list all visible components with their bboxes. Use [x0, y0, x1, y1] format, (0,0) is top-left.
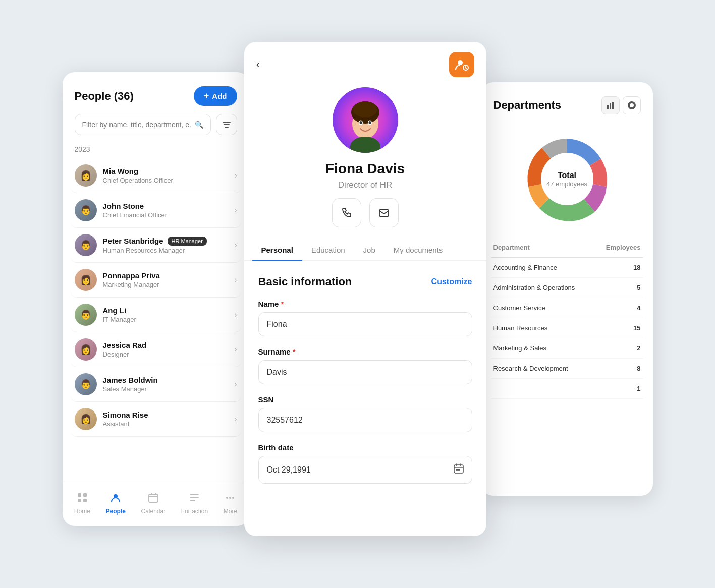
svg-rect-31 — [456, 469, 458, 471]
dept-count: 15 — [633, 324, 640, 332]
list-item[interactable]: 👨 James Boldwin Sales Manager › — [71, 367, 241, 402]
email-button[interactable] — [369, 198, 399, 227]
table-row[interactable]: Administration & Operations 5 — [491, 278, 643, 298]
person-name: Jessica Rad — [103, 341, 229, 349]
table-row[interactable]: 1 — [491, 379, 643, 399]
filter-button[interactable] — [216, 114, 237, 135]
tab-education[interactable]: Education — [302, 240, 354, 260]
dept-count: 18 — [633, 264, 640, 271]
ssn-input[interactable] — [267, 416, 464, 425]
person-name: Mia Wong — [103, 167, 229, 175]
search-input[interactable] — [82, 121, 191, 129]
person-info: Peter Stanbridge HR Manager Human Resour… — [103, 237, 229, 254]
table-row[interactable]: Customer Service 4 — [491, 298, 643, 318]
avatar: 👨 — [75, 373, 97, 395]
svg-point-12 — [226, 497, 228, 499]
col-header-department: Department — [493, 244, 530, 251]
svg-rect-35 — [612, 102, 614, 109]
bar-chart-toggle[interactable] — [601, 96, 620, 114]
total-label: Total — [546, 171, 587, 180]
person-name: James Boldwin — [103, 376, 229, 384]
profile-header: ‹ — [244, 42, 486, 82]
home-icon — [77, 492, 88, 506]
field-input-ssn[interactable] — [258, 408, 472, 432]
svg-point-20 — [353, 101, 377, 117]
chart-toggle — [601, 96, 641, 114]
person-clock-icon — [455, 57, 469, 72]
email-icon — [378, 207, 390, 218]
filter-icon — [223, 122, 231, 128]
field-input-birth-date[interactable] — [258, 456, 472, 484]
nav-label-calendar: Calendar — [141, 508, 166, 515]
avatar: 👩 — [75, 408, 97, 430]
nav-item-more[interactable]: More — [217, 490, 243, 517]
field-input-surname[interactable] — [258, 360, 472, 384]
donut-chart-toggle[interactable] — [623, 96, 641, 114]
person-title: Designer — [103, 350, 229, 358]
tab-personal[interactable]: Personal — [252, 240, 302, 260]
table-row[interactable]: Marketing & Sales 2 — [491, 338, 643, 359]
customize-link[interactable]: Customize — [431, 277, 472, 286]
tab-my-documents[interactable]: My documents — [384, 240, 452, 260]
departments-title: Departments — [493, 99, 561, 112]
back-button[interactable]: ‹ — [256, 58, 260, 71]
list-item[interactable]: 👩 Jessica Rad Designer › — [71, 332, 241, 367]
profile-job-title: Director of HR — [244, 180, 486, 190]
profile-avatar-section — [244, 82, 486, 161]
nav-item-calendar[interactable]: Calendar — [135, 490, 172, 517]
calendar-picker-icon[interactable] — [454, 463, 464, 476]
svg-rect-5 — [78, 499, 81, 502]
field-label-birth-date: Birth date — [258, 443, 472, 452]
field-surname: Surname * — [258, 347, 472, 384]
nav-item-for-action[interactable]: For action — [175, 490, 214, 517]
total-employees: 47 employees — [546, 180, 587, 188]
people-icon — [110, 492, 121, 506]
svg-rect-0 — [223, 122, 231, 123]
tab-job[interactable]: Job — [354, 240, 384, 260]
chevron-right-icon: › — [234, 275, 237, 284]
chevron-right-icon: › — [234, 345, 237, 354]
nav-label-home: Home — [74, 508, 90, 515]
people-list-panel: People (36) + Add 🔍 2023 👩 — [63, 72, 249, 526]
list-item[interactable]: 👩 Simona Rise Assistant › — [71, 402, 241, 437]
svg-point-37 — [630, 104, 633, 107]
dept-count: 1 — [637, 385, 640, 392]
contact-buttons — [244, 198, 486, 240]
surname-input[interactable] — [267, 368, 464, 377]
field-label-surname: Surname * — [258, 347, 472, 356]
phone-button[interactable] — [332, 198, 361, 227]
chevron-right-icon: › — [234, 310, 237, 319]
field-input-name[interactable] — [258, 312, 472, 336]
departments-table: Department Employees Accounting & Financ… — [481, 240, 653, 496]
add-button[interactable]: + Add — [194, 86, 237, 106]
birth-date-input[interactable] — [267, 465, 454, 475]
avatar: 👩 — [75, 338, 97, 361]
nav-label-for-action: For action — [181, 508, 208, 515]
person-info: Ang Li IT Manager — [103, 306, 229, 323]
list-item[interactable]: 👨 Ang Li IT Manager › — [71, 298, 241, 332]
name-input[interactable] — [267, 320, 464, 329]
svg-rect-33 — [607, 105, 609, 109]
nav-label-more: More — [224, 508, 237, 515]
people-list: 👩 Mia Wong Chief Operations Officer › 👨 … — [63, 158, 249, 483]
profile-body: Basic information Customize Name * Surna… — [244, 261, 486, 536]
nav-item-people[interactable]: People — [99, 490, 131, 517]
avatar-illustration — [333, 87, 398, 153]
profile-tabs: Personal Education Job My documents — [244, 240, 486, 261]
nav-item-home[interactable]: Home — [68, 490, 96, 517]
svg-rect-3 — [78, 493, 81, 497]
search-box[interactable]: 🔍 — [75, 114, 211, 135]
list-item[interactable]: 👨 John Stone Chief Financial Officer › — [71, 193, 241, 228]
table-row[interactable]: Human Resources 15 — [491, 318, 643, 338]
dept-name: Accounting & Finance — [493, 264, 634, 271]
action-button[interactable] — [449, 52, 474, 77]
list-item[interactable]: 👩 Mia Wong Chief Operations Officer › — [71, 158, 241, 193]
list-item[interactable]: 👩 Ponnappa Priva Marketing Manager › — [71, 263, 241, 298]
person-info: Simona Rise Assistant — [103, 410, 229, 428]
person-title: IT Manager — [103, 316, 229, 323]
table-row[interactable]: Research & Development 8 — [491, 359, 643, 379]
list-item[interactable]: 👨 Peter Stanbridge HR Manager Human Reso… — [71, 228, 241, 263]
donut-center-label: Total 47 employees — [546, 171, 587, 188]
table-row[interactable]: Accounting & Finance 18 — [491, 258, 643, 278]
dept-name: Administration & Operations — [493, 284, 637, 291]
